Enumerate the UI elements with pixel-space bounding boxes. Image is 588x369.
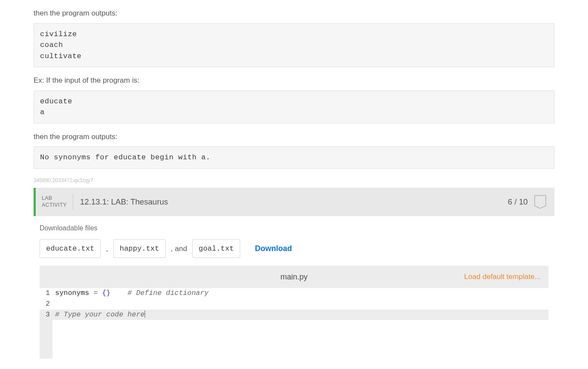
code-line[interactable]: 2 — [40, 299, 548, 310]
code-output-2: No synonyms for educate begin with a. — [34, 146, 554, 169]
editor-body[interactable]: 1synonyms = {} # Define dictionary23# Ty… — [40, 288, 548, 359]
file-chip-goal[interactable]: goal.txt — [192, 239, 241, 258]
load-default-template-link[interactable]: Load default template... — [464, 271, 541, 282]
line-number: 3 — [40, 310, 53, 320]
line-number: 2 — [40, 299, 53, 310]
file-sep-comma: , — [106, 243, 108, 254]
line-number: 1 — [40, 288, 53, 299]
downloadable-files-title: Downloadable files — [40, 223, 548, 233]
code-content[interactable]: # Type your code here — [53, 310, 145, 320]
watermark-text: 345890.2033472.qx3zqy7 — [34, 177, 554, 184]
download-link[interactable]: Download — [255, 243, 292, 254]
code-input-2: educate a — [34, 90, 554, 124]
text-cursor — [145, 310, 145, 318]
lab-activity-label: LAB ACTIVITY — [42, 194, 73, 210]
output-label-2: then the program outputs: — [34, 131, 554, 143]
code-content[interactable]: synonyms = {} # Define dictionary — [53, 288, 209, 299]
output-label-1: then the program outputs: — [34, 8, 554, 19]
lab-score: 6 / 10 — [508, 196, 528, 208]
code-output-1: civilize coach cultivate — [34, 23, 554, 68]
editor-filename: main.py — [280, 271, 307, 283]
lab-label-line1: LAB — [42, 195, 67, 202]
downloadable-files-section: Downloadable files educate.txt , happy.t… — [34, 216, 554, 266]
code-editor: main.py Load default template... 1synony… — [40, 266, 548, 359]
lab-header: LAB ACTIVITY 12.13.1: LAB: Thesaurus 6 /… — [34, 188, 554, 216]
file-chip-educate[interactable]: educate.txt — [40, 239, 101, 258]
code-line[interactable]: 3# Type your code here — [40, 310, 548, 320]
bookmark-icon[interactable] — [534, 195, 547, 209]
code-line[interactable]: 1synonyms = {} # Define dictionary — [40, 288, 548, 299]
gutter-padding — [40, 320, 53, 359]
lab-title: 12.13.1: LAB: Thesaurus — [80, 196, 508, 208]
lab-label-line2: ACTIVITY — [42, 202, 67, 209]
download-row: educate.txt , happy.txt , and goal.txt D… — [40, 239, 548, 258]
example-input-label: Ex: If the input of the program is: — [34, 75, 554, 86]
file-chip-happy[interactable]: happy.txt — [113, 239, 166, 258]
editor-header: main.py Load default template... — [40, 266, 548, 288]
file-sep-and: , and — [171, 243, 187, 254]
